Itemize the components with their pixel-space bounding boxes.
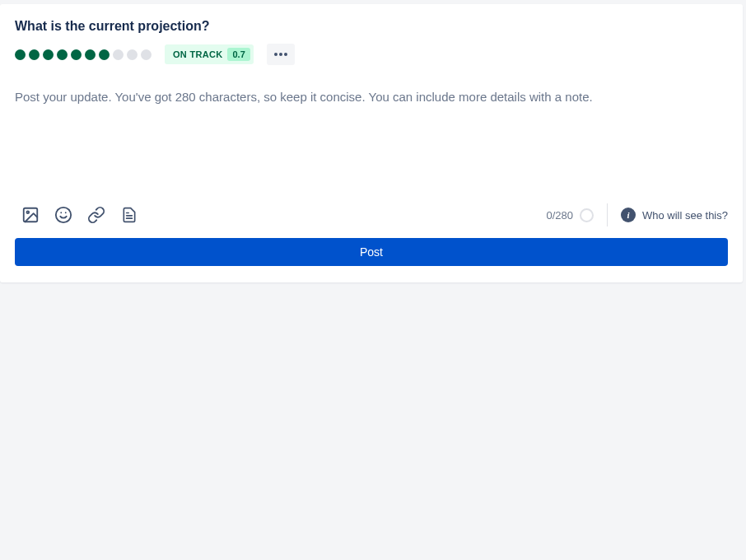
progress-dot [43,49,54,60]
placeholder-text: Post your update. You've got 280 charact… [15,88,728,107]
status-row: ON TRACK 0.7 [15,44,728,65]
toolbar-left [15,206,138,224]
char-count-text: 0/280 [546,209,573,222]
progress-dot [113,49,124,60]
progress-dot [127,49,138,60]
who-sees-label: Who will see this? [642,209,728,222]
note-icon[interactable] [120,206,138,224]
info-icon: i [621,208,636,222]
progress-indicator[interactable] [15,49,152,60]
post-button[interactable]: Post [15,238,728,266]
progress-dot [141,49,152,60]
image-icon[interactable] [21,206,40,224]
link-icon[interactable] [87,206,105,224]
progress-dot [99,49,110,60]
svg-point-1 [26,211,29,213]
progress-dot [15,49,26,60]
toolbar-right: 0/280 i Who will see this? [546,203,728,226]
update-card: What is the current projection? ON TRACK… [0,4,743,282]
progress-dot [85,49,96,60]
emoji-icon[interactable] [54,206,72,224]
more-icon [274,53,287,56]
who-sees-link[interactable]: i Who will see this? [621,208,728,222]
progress-dot [57,49,68,60]
status-label: ON TRACK [173,49,222,59]
card-title: What is the current projection? [15,19,728,34]
progress-dot [71,49,82,60]
svg-point-2 [56,208,71,222]
char-count: 0/280 [546,208,594,222]
char-count-ring-icon [580,208,594,222]
progress-dot [29,49,40,60]
update-textarea[interactable]: Post your update. You've got 280 charact… [15,88,728,187]
status-pill[interactable]: ON TRACK 0.7 [165,44,254,64]
status-value: 0.7 [227,48,249,61]
more-button[interactable] [267,44,295,65]
toolbar: 0/280 i Who will see this? [15,203,728,226]
divider [607,203,608,226]
